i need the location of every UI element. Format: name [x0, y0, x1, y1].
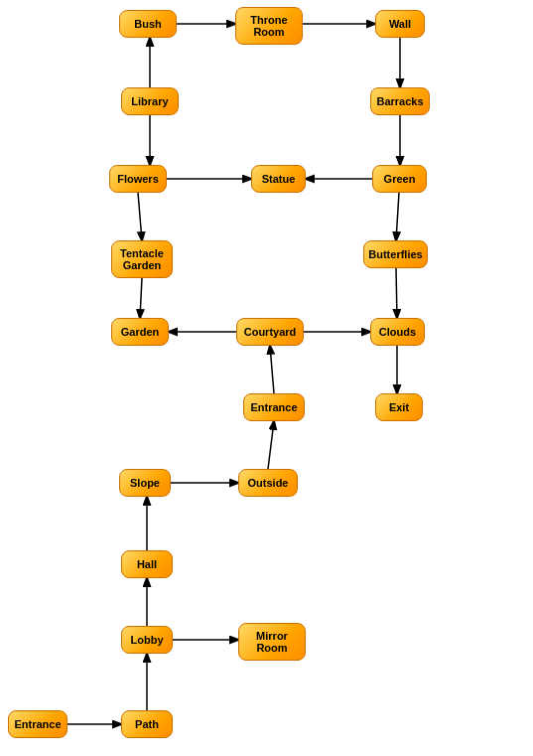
node-slope[interactable]: Slope — [119, 469, 171, 497]
node-wall[interactable]: Wall — [375, 10, 425, 38]
node-flowers[interactable]: Flowers — [109, 165, 167, 193]
node-green[interactable]: Green — [372, 165, 427, 193]
svg-line-16 — [268, 421, 274, 469]
node-outside[interactable]: Outside — [238, 469, 298, 497]
node-bush[interactable]: Bush — [119, 10, 177, 38]
node-courtyard[interactable]: Courtyard — [236, 318, 304, 346]
node-path[interactable]: Path — [121, 710, 173, 738]
node-barracks[interactable]: Barracks — [370, 87, 430, 115]
svg-line-9 — [140, 278, 142, 318]
node-butterflies[interactable]: Butterflies — [363, 240, 428, 268]
node-clouds[interactable]: Clouds — [370, 318, 425, 346]
svg-line-8 — [138, 193, 142, 240]
node-hall[interactable]: Hall — [121, 550, 173, 578]
node-entrance-bottom[interactable]: Entrance — [8, 710, 67, 738]
node-tentacle-garden[interactable]: Tentacle Garden — [111, 240, 173, 278]
node-entrance-top[interactable]: Entrance — [243, 393, 305, 421]
node-statue[interactable]: Statue — [251, 165, 306, 193]
node-mirror-room[interactable]: Mirror Room — [238, 623, 306, 661]
svg-line-10 — [396, 193, 399, 240]
svg-line-11 — [396, 268, 397, 318]
node-lobby[interactable]: Lobby — [121, 626, 173, 654]
svg-line-15 — [270, 346, 274, 393]
node-library[interactable]: Library — [121, 87, 179, 115]
node-throne-room[interactable]: Throne Room — [235, 7, 303, 45]
node-exit[interactable]: Exit — [375, 393, 423, 421]
node-garden[interactable]: Garden — [111, 318, 169, 346]
